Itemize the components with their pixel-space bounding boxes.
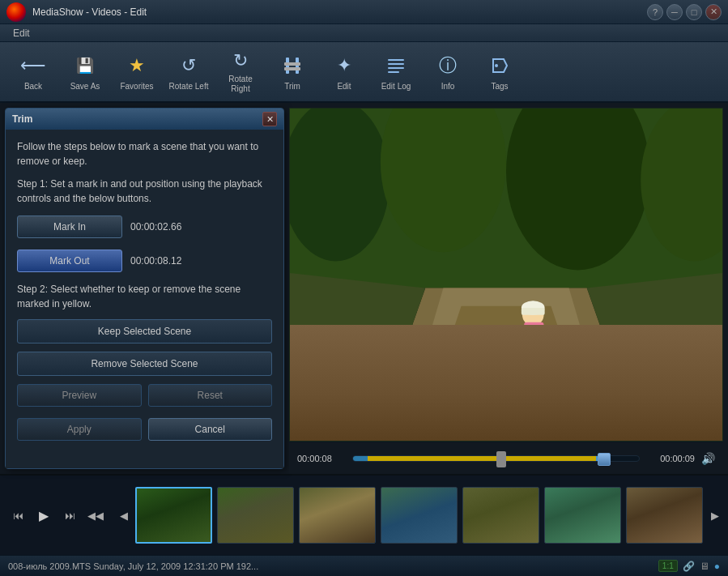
scroll-left-button[interactable]: ◀: [117, 506, 130, 525]
title-bar: MediaShow - Videos - Edit ? ─ □ ✕: [0, 0, 728, 24]
apply-button[interactable]: Apply: [17, 418, 142, 441]
rotate-left-icon: ↺: [176, 53, 202, 79]
thumbnail-4[interactable]: [381, 487, 458, 544]
status-text: 008-июль 2009.MTS Sunday, July 12, 2009 …: [8, 561, 652, 571]
svg-marker-20: [587, 270, 722, 441]
mark-out-time: 00:00:08.12: [130, 255, 181, 267]
mark-in-button[interactable]: Mark In: [17, 215, 122, 238]
transport-controls: ⏮ ▶ ⏭ ◀◀: [6, 504, 107, 527]
display-icon: 🖥: [700, 561, 709, 572]
trim-step1: Step 1: Set a mark in and out position u…: [17, 177, 272, 206]
time-end: 00:00:09: [646, 454, 695, 463]
menu-edit[interactable]: Edit: [6, 26, 36, 41]
svg-rect-2: [284, 62, 300, 66]
skip-to-start-button[interactable]: ⏮: [6, 504, 29, 527]
thumbnail-3[interactable]: [299, 487, 376, 544]
trim-dialog: Trim ✕ Follow the steps below to mark a …: [5, 108, 284, 469]
back-label: Back: [24, 82, 42, 92]
scrubber-handle[interactable]: [598, 453, 611, 466]
rotate-left-label: Rotate Left: [169, 82, 209, 92]
app-logo: [6, 2, 26, 22]
maximize-button[interactable]: □: [686, 4, 702, 20]
svg-rect-24: [534, 347, 542, 365]
tags-button[interactable]: Tags: [475, 45, 525, 98]
svg-rect-5: [388, 63, 404, 65]
filmstrip-area: ⏮ ▶ ⏭ ◀◀ ◀ ▶: [0, 474, 728, 555]
video-display: [289, 108, 723, 442]
svg-line-28: [544, 331, 553, 340]
trim-instructions: Follow the steps below to mark a scene t…: [17, 139, 272, 169]
rotate-left-button[interactable]: ↺ Rotate Left: [164, 45, 214, 98]
rotate-right-label: Rotate Right: [219, 75, 262, 94]
preview-button[interactable]: Preview: [17, 384, 142, 407]
svg-rect-6: [388, 67, 404, 69]
scrubber-track[interactable]: [352, 455, 640, 462]
window-controls: ? ─ □ ✕: [647, 4, 722, 20]
edit-log-button[interactable]: Edit Log: [371, 45, 421, 98]
time-start: 00:00:08: [297, 454, 346, 463]
trim-close-button[interactable]: ✕: [262, 112, 277, 126]
edit-button[interactable]: ✦ Edit: [319, 45, 369, 98]
menu-bar: Edit: [0, 24, 728, 42]
scrubber-playhead[interactable]: [496, 451, 506, 467]
svg-rect-7: [388, 71, 399, 73]
svg-line-27: [513, 331, 524, 340]
tags-icon: [487, 53, 513, 79]
zoom-level: 1:1: [658, 560, 678, 572]
back-button[interactable]: ⟵ Back: [8, 45, 58, 98]
preview-reset-row: Preview Reset: [17, 384, 272, 407]
trim-dialog-title: Trim: [12, 113, 32, 125]
keep-selected-scene-button[interactable]: Keep Selected Scene: [17, 319, 272, 343]
thumbnail-2[interactable]: [217, 487, 294, 544]
info-button[interactable]: ⓘ Info: [423, 45, 473, 98]
thumbnail-1[interactable]: [135, 487, 212, 544]
favorites-label: Favorites: [120, 82, 153, 92]
mark-in-time: 00:00:02.66: [130, 221, 181, 233]
minimize-button[interactable]: ─: [666, 4, 683, 20]
scrubber-area: 00:00:08 00:00:09 🔊: [289, 442, 723, 474]
back-icon: ⟵: [20, 53, 46, 79]
svg-point-9: [495, 64, 498, 67]
trim-dialog-body: Follow the steps below to mark a scene t…: [6, 130, 283, 468]
svg-rect-4: [388, 59, 404, 61]
remove-selected-scene-button[interactable]: Remove Selected Scene: [17, 352, 272, 376]
mark-in-row: Mark In 00:00:02.66: [17, 215, 272, 238]
link-icon: 🔗: [683, 561, 695, 572]
svg-rect-23: [522, 347, 530, 365]
close-button[interactable]: ✕: [705, 4, 722, 20]
save-as-label: Save As: [70, 82, 100, 92]
video-area: 00:00:08 00:00:09 🔊: [289, 108, 723, 474]
favorites-button[interactable]: ★ Favorites: [112, 45, 162, 98]
edit-log-icon: [383, 53, 409, 79]
scrubber-yellow-region: [368, 456, 596, 461]
trim-button[interactable]: Trim: [267, 45, 317, 98]
reset-button[interactable]: Reset: [148, 384, 273, 407]
skip-to-end-button[interactable]: ⏭: [58, 504, 81, 527]
cancel-button[interactable]: Cancel: [148, 418, 273, 441]
volume-icon[interactable]: 🔊: [701, 452, 715, 465]
reverse-button[interactable]: ◀◀: [84, 504, 107, 527]
svg-rect-26: [522, 308, 545, 315]
trim-step2: Step 2: Select whether to keep or remove…: [17, 282, 272, 311]
toolbar: ⟵ Back 💾 Save As ★ Favorites ↺ Rotate Le…: [0, 42, 728, 103]
save-as-button[interactable]: 💾 Save As: [60, 45, 110, 98]
svg-marker-19: [290, 270, 425, 441]
video-scene: [290, 109, 722, 441]
status-bar: 008-июль 2009.MTS Sunday, July 12, 2009 …: [0, 555, 728, 576]
mark-out-button[interactable]: Mark Out: [17, 250, 122, 272]
apply-cancel-row: Apply Cancel: [17, 418, 272, 441]
help-button[interactable]: ?: [647, 4, 663, 20]
trim-titlebar: Trim ✕: [6, 109, 283, 130]
thumbnail-7[interactable]: [626, 487, 703, 544]
trim-icon: [279, 53, 305, 79]
thumbnail-6[interactable]: [544, 487, 621, 544]
rotate-right-button[interactable]: ↻ Rotate Right: [215, 45, 266, 98]
play-button[interactable]: ▶: [32, 504, 55, 527]
scroll-right-button[interactable]: ▶: [708, 506, 722, 525]
info-status-icon: ●: [714, 561, 720, 572]
favorites-icon: ★: [124, 53, 150, 79]
svg-rect-22: [524, 322, 543, 354]
edit-label: Edit: [337, 82, 351, 92]
thumbnail-5[interactable]: [462, 487, 539, 544]
window-title: MediaShow - Videos - Edit: [32, 6, 647, 18]
